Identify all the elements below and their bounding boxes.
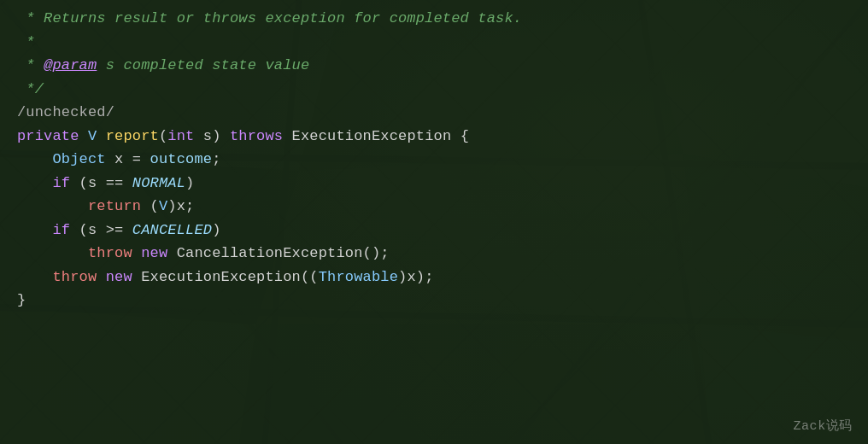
watermark: Zack说码 — [793, 418, 853, 434]
code-line-8: if (s == NORMAL) — [17, 172, 851, 196]
code-line-13: } — [17, 289, 851, 313]
code-line-4: */ — [17, 78, 851, 102]
code-line-11: throw new CancellationException(); — [17, 242, 851, 266]
code-line-2: * — [17, 31, 851, 55]
code-line-6: private V report(int s) throws Execution… — [17, 125, 851, 149]
code-line-12: throw new ExecutionException((Throwable)… — [17, 266, 851, 289]
code-line-1: * Returns result or throws exception for… — [17, 7, 851, 31]
code-line-9: return (V)x; — [17, 195, 851, 219]
code-line-5: /unchecked/ — [17, 101, 851, 125]
code-line-7: Object x = outcome; — [17, 148, 851, 172]
code-line-10: if (s >= CANCELLED) — [17, 219, 851, 242]
code-display: * Returns result or throws exception for… — [0, 0, 868, 444]
code-line-3: * @param s completed state value — [17, 54, 851, 78]
